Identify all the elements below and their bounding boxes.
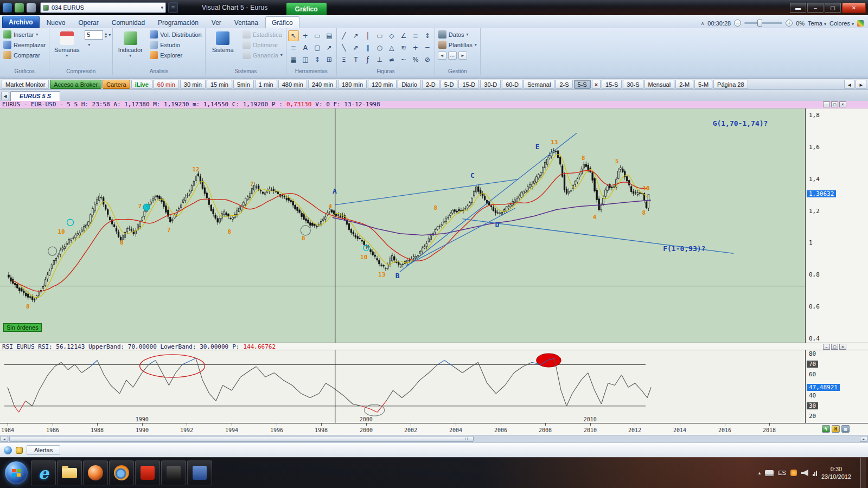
tf-button-480-min[interactable]: 480 min — [278, 80, 307, 89]
tf-button-5-s[interactable]: 5-S — [574, 80, 591, 89]
vertical-line-tool-icon[interactable]: │ — [362, 30, 373, 41]
quick-save-icon[interactable] — [27, 3, 36, 12]
language-indicator[interactable]: ES — [778, 470, 786, 476]
auto-scale-icon[interactable]: ↯ — [822, 425, 830, 433]
tf-button-30-min[interactable]: 30 min — [180, 80, 206, 89]
menu-tab-archivo[interactable]: Archivo — [2, 16, 40, 28]
pointer-tool-icon[interactable]: ↖ — [288, 30, 299, 41]
price-axis[interactable]: 1,81,61,41,210,80,60,41,30632 — [805, 108, 868, 343]
function-tool-tool-icon[interactable]: ƒ — [362, 54, 373, 65]
tray-clock[interactable]: 0:30 23/10/2012 — [821, 465, 851, 481]
volume-icon[interactable] — [801, 470, 808, 476]
minimize-button[interactable]: – — [807, 3, 824, 13]
tf-scroll-left-icon[interactable]: ◂ — [844, 80, 855, 89]
symbol-combo[interactable]: 034 EURUS ▾ — [40, 2, 166, 13]
update-tray-icon[interactable] — [790, 470, 797, 476]
tab-scroll-left-button[interactable]: ◀ — [1, 92, 9, 100]
chevron-down-icon[interactable]: ▾ — [108, 33, 111, 37]
scrollbar-thumb[interactable] — [9, 436, 474, 442]
horizontal-scrollbar[interactable]: ◂ ▸ — [0, 435, 868, 442]
tf-button-2-d[interactable]: 2-D — [422, 80, 439, 89]
menu-tab-ver[interactable]: Ver — [206, 17, 227, 28]
taskbar-icon-firefox[interactable] — [109, 460, 134, 485]
cross-line-tool-icon[interactable]: + — [410, 42, 421, 53]
tf-button-15-d[interactable]: 15-D — [458, 80, 479, 89]
tf-scroll-right-icon[interactable]: ▸ — [856, 80, 866, 89]
tf-button-diario[interactable]: Diario — [398, 80, 421, 89]
region-tool-icon[interactable]: ▢ — [312, 42, 323, 53]
date-axis[interactable]: ↯ H ▦ 1984198619881990199219941996199820… — [0, 423, 868, 435]
ribbon-button-vol-distribution[interactable]: Vol. Distribution — [148, 29, 203, 40]
chevron-down-icon[interactable]: ▾ — [161, 5, 163, 10]
zoom-slider-thumb[interactable] — [757, 20, 762, 27]
support-line-tool-icon[interactable]: ⊥ — [374, 54, 385, 65]
tf-button-2-s[interactable]: 2-S — [556, 80, 572, 89]
tf-button-1-min[interactable]: 1 min — [255, 80, 277, 89]
channel-tool-icon[interactable]: ∥ — [362, 42, 373, 53]
h-scale-icon[interactable]: H — [832, 425, 840, 433]
next-page-button[interactable]: ▸ — [458, 52, 467, 60]
fibo-fan-tool-icon[interactable]: ≋ — [398, 42, 409, 53]
tf-button-15-min[interactable]: 15 min — [207, 80, 232, 89]
panel-maximize-icon[interactable]: ▢ — [831, 101, 838, 107]
menu-tab-programacion[interactable]: Programación — [152, 17, 205, 28]
window-menu-button[interactable]: ▬ — [790, 3, 806, 13]
scroll-right-icon[interactable]: ▸ — [860, 436, 867, 442]
resistance-line-tool-icon[interactable]: ≠ — [386, 54, 397, 65]
tf-button-mensual[interactable]: Mensual — [644, 80, 675, 89]
trend-tool-tool-icon[interactable]: ↗ — [324, 42, 335, 53]
maximize-button[interactable]: ▢ — [825, 3, 841, 13]
prev-page-button[interactable]: ◂ — [438, 52, 446, 60]
ray-tool-icon[interactable]: ⇗ — [350, 42, 361, 53]
palette-icon[interactable] — [857, 20, 864, 27]
tf-button-180-min[interactable]: 180 min — [338, 80, 367, 89]
globe-icon[interactable] — [4, 446, 12, 454]
ribbon-button-plantillas[interactable]: Plantillas▾ — [437, 40, 478, 50]
menu-tab-operar[interactable]: Operar — [72, 17, 104, 28]
doc-tab-eurus[interactable]: EURUS 5 S — [10, 91, 60, 101]
menu-tab-grafico[interactable]: Gráfico — [265, 16, 299, 28]
zoom-in-button[interactable]: + — [786, 20, 793, 27]
tf-button-semanal[interactable]: Semanal — [524, 80, 554, 89]
curve-tool-tool-icon[interactable]: ~ — [398, 54, 409, 65]
triangle-tool-icon[interactable]: △ — [386, 42, 397, 53]
grid-tool-tool-icon[interactable]: ▦ — [288, 54, 299, 65]
tf-button-ilive[interactable]: iLive — [131, 80, 152, 89]
rectangle-tool-icon[interactable]: ▭ — [374, 30, 385, 41]
compression-value-input[interactable]: 5 — [85, 30, 103, 40]
tf-button-30-d[interactable]: 30-D — [480, 80, 501, 89]
ribbon-button-datos[interactable]: Datos▾ — [437, 29, 478, 40]
tf-button-120-min[interactable]: 120 min — [368, 80, 397, 89]
v-scale-tool-icon[interactable]: ↕ — [312, 54, 323, 65]
angle-tool-icon[interactable]: ∠ — [398, 30, 409, 41]
tf-button-5-m[interactable]: 5-M — [694, 80, 712, 89]
rsi-chart-canvas[interactable]: 199020002010 — [0, 350, 805, 423]
alerts-tab[interactable]: Alertas — [27, 445, 60, 455]
close-compression-button[interactable]: × — [592, 80, 601, 89]
alert-key-icon[interactable] — [16, 447, 23, 454]
tf-button-30-s[interactable]: 30-S — [623, 80, 643, 89]
label-tool-tool-icon[interactable]: T — [350, 54, 361, 65]
panel-minimize-icon[interactable]: – — [823, 101, 830, 107]
menu-tab-nuevo[interactable]: Nuevo — [41, 17, 72, 28]
arrow-line-tool-icon[interactable]: ↗ — [350, 30, 361, 41]
ellipse-tool-icon[interactable]: ○ — [374, 42, 385, 53]
fibo-retracement-tool-icon[interactable]: Ξ — [339, 54, 349, 65]
new-window-tool-icon[interactable]: ⊞ — [324, 54, 335, 65]
menu-tab-ventana[interactable]: Ventana — [228, 17, 264, 28]
spinner-arrows-icon[interactable]: ▲▼ — [104, 32, 107, 38]
percent-tool-tool-icon[interactable]: % — [410, 54, 421, 65]
rhombus-tool-icon[interactable]: ◇ — [386, 30, 397, 41]
tf-button-cartera[interactable]: Cartera — [103, 80, 130, 89]
trend-line-tool-icon[interactable]: ╱ — [339, 30, 349, 41]
tf-button-15-s[interactable]: 15-S — [602, 80, 622, 89]
scale-settings-icon[interactable]: ▦ — [841, 425, 850, 433]
rsi-close-icon[interactable]: ✕ — [839, 344, 846, 350]
zoom-slider[interactable] — [744, 22, 782, 24]
symbol-options-button[interactable]: ≡ — [168, 2, 178, 13]
keyboard-icon[interactable] — [765, 470, 774, 476]
colors-menu[interactable]: Colores ▾ — [829, 20, 854, 27]
extended-line-tool-icon[interactable]: ↕ — [422, 30, 433, 41]
ribbon-button-insertar[interactable]: Insertar▾ — [2, 29, 47, 40]
zoom-out-button[interactable]: − — [734, 20, 741, 27]
